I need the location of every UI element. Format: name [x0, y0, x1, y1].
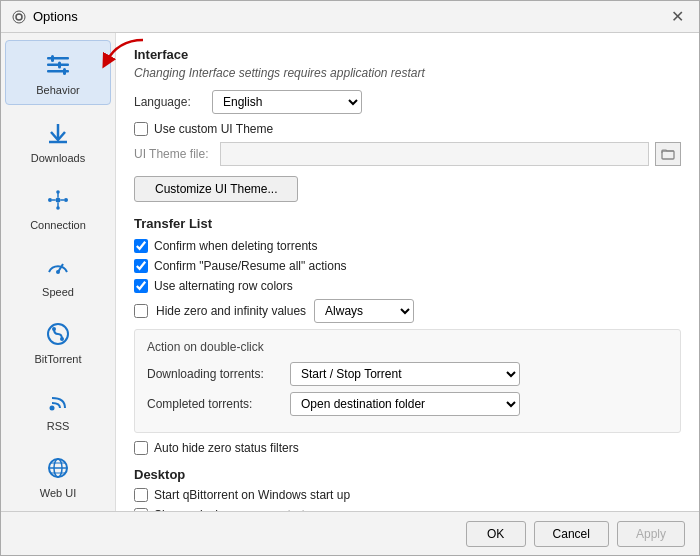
- close-button[interactable]: ✕: [665, 5, 689, 29]
- hide-zero-row: Hide zero and infinity values Always: [134, 299, 681, 323]
- action-on-doubleclick-section: Action on double-click Downloading torre…: [134, 329, 681, 433]
- speed-label: Speed: [42, 286, 74, 298]
- folder-icon: [661, 147, 675, 161]
- interface-subtitle: Changing Interface settings requires app…: [134, 66, 681, 80]
- alternating-rows-label: Use alternating row colors: [154, 279, 293, 293]
- customize-ui-theme-button[interactable]: Customize UI Theme...: [134, 176, 298, 202]
- interface-title: Interface: [134, 47, 681, 62]
- svg-rect-6: [51, 55, 54, 62]
- auto-hide-checkbox[interactable]: [134, 441, 148, 455]
- ok-button[interactable]: OK: [466, 521, 526, 547]
- hide-zero-label: Hide zero and infinity values: [156, 304, 306, 318]
- connection-label: Connection: [30, 219, 86, 231]
- confirm-pause-label: Confirm "Pause/Resume all" actions: [154, 259, 347, 273]
- sidebar-item-speed[interactable]: Speed: [5, 243, 111, 306]
- always-select[interactable]: Always: [314, 299, 414, 323]
- desktop-section: Start qBittorrent on Windows start up Sh…: [134, 488, 681, 511]
- speed-icon: [42, 251, 74, 283]
- svg-point-2: [13, 11, 25, 23]
- confirm-delete-row: Confirm when deleting torrents: [134, 239, 681, 253]
- browse-button[interactable]: [655, 142, 681, 166]
- behavior-icon: [42, 49, 74, 81]
- sidebar: Behavior Downloads: [1, 33, 116, 511]
- apply-button[interactable]: Apply: [617, 521, 685, 547]
- completed-select[interactable]: Open destination folder: [290, 392, 520, 416]
- cancel-button[interactable]: Cancel: [534, 521, 609, 547]
- behavior-label: Behavior: [36, 84, 79, 96]
- svg-point-10: [56, 198, 61, 203]
- sidebar-item-connection[interactable]: Connection: [5, 176, 111, 239]
- alternating-rows-row: Use alternating row colors: [134, 279, 681, 293]
- connection-icon: [42, 184, 74, 216]
- svg-rect-31: [662, 151, 674, 159]
- downloads-icon: [42, 117, 74, 149]
- svg-point-18: [56, 206, 60, 210]
- ui-theme-file-input[interactable]: [220, 142, 649, 166]
- svg-point-11: [48, 198, 52, 202]
- rss-icon: [42, 385, 74, 417]
- confirm-delete-label: Confirm when deleting torrents: [154, 239, 317, 253]
- start-qbittorrent-row: Start qBittorrent on Windows start up: [134, 488, 681, 502]
- title-bar-left: Options: [11, 9, 78, 25]
- confirm-delete-checkbox[interactable]: [134, 239, 148, 253]
- downloading-label: Downloading torrents:: [147, 367, 282, 381]
- language-label: Language:: [134, 95, 204, 109]
- rss-label: RSS: [47, 420, 70, 432]
- svg-rect-3: [47, 57, 69, 60]
- svg-point-20: [56, 270, 60, 274]
- use-custom-theme-label: Use custom UI Theme: [154, 122, 273, 136]
- webui-label: Web UI: [40, 487, 76, 499]
- use-custom-theme-row: Use custom UI Theme: [134, 122, 681, 136]
- svg-point-1: [16, 14, 22, 20]
- webui-icon: [42, 452, 74, 484]
- title-text: Options: [33, 9, 78, 24]
- downloading-select[interactable]: Start / Stop Torrent: [290, 362, 520, 386]
- ui-theme-file-label: UI Theme file:: [134, 147, 214, 161]
- confirm-pause-row: Confirm "Pause/Resume all" actions: [134, 259, 681, 273]
- transfer-list-title: Transfer List: [134, 216, 681, 231]
- sidebar-item-webui[interactable]: Web UI: [5, 444, 111, 507]
- options-icon: [11, 9, 27, 25]
- svg-point-23: [60, 337, 64, 341]
- sidebar-item-rss[interactable]: RSS: [5, 377, 111, 440]
- start-qbittorrent-checkbox[interactable]: [134, 488, 148, 502]
- downloads-label: Downloads: [31, 152, 85, 164]
- auto-hide-label: Auto hide zero status filters: [154, 441, 299, 455]
- ui-theme-file-row: UI Theme file:: [134, 142, 681, 166]
- svg-point-24: [50, 406, 55, 411]
- language-select[interactable]: English: [212, 90, 362, 114]
- main-panel: Interface Changing Interface settings re…: [116, 33, 699, 511]
- svg-rect-7: [58, 62, 61, 69]
- downloading-torrents-row: Downloading torrents: Start / Stop Torre…: [147, 362, 668, 386]
- confirm-pause-checkbox[interactable]: [134, 259, 148, 273]
- svg-point-17: [56, 190, 60, 194]
- alternating-rows-checkbox[interactable]: [134, 279, 148, 293]
- content-area: Behavior Downloads: [1, 33, 699, 511]
- transfer-list-section: Confirm when deleting torrents Confirm "…: [134, 239, 681, 323]
- hide-zero-checkbox[interactable]: [134, 304, 148, 318]
- svg-point-12: [64, 198, 68, 202]
- sidebar-item-bittorrent[interactable]: BitTorrent: [5, 310, 111, 373]
- language-row: Language: English: [134, 90, 681, 114]
- svg-rect-8: [63, 68, 66, 75]
- completed-label: Completed torrents:: [147, 397, 282, 411]
- start-qbittorrent-label: Start qBittorrent on Windows start up: [154, 488, 350, 502]
- action-title: Action on double-click: [147, 340, 668, 354]
- title-bar: Options ✕: [1, 1, 699, 33]
- sidebar-item-behavior[interactable]: Behavior: [5, 40, 111, 105]
- auto-hide-row: Auto hide zero status filters: [134, 441, 681, 455]
- bittorrent-icon: [42, 318, 74, 350]
- completed-torrents-row: Completed torrents: Open destination fol…: [147, 392, 668, 416]
- svg-point-22: [52, 327, 56, 331]
- bittorrent-label: BitTorrent: [34, 353, 81, 365]
- footer: OK Cancel Apply: [1, 511, 699, 555]
- sidebar-item-downloads[interactable]: Downloads: [5, 109, 111, 172]
- options-window: Options ✕: [0, 0, 700, 556]
- use-custom-theme-checkbox[interactable]: [134, 122, 148, 136]
- desktop-title: Desktop: [134, 467, 681, 482]
